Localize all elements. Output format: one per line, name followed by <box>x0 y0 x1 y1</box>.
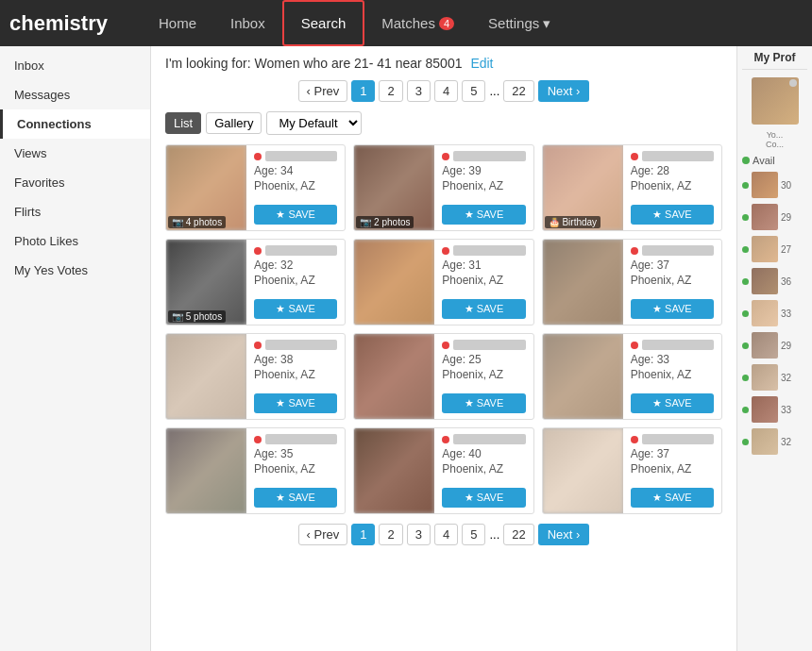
sort-dropdown[interactable]: My Default <box>266 111 362 135</box>
right-mini-profile[interactable]: 33 <box>742 396 807 423</box>
page-5-top[interactable]: 5 <box>462 80 485 102</box>
right-mini-profile[interactable]: 30 <box>742 172 807 198</box>
profile-photo[interactable] <box>166 334 246 419</box>
right-mini-profile[interactable]: 32 <box>742 428 807 455</box>
profile-age: Age: 28 <box>631 164 714 177</box>
right-panel: My Prof Yo...Co... Avail 30 29 27 <box>736 46 812 651</box>
sidebar-item-inbox[interactable]: Inbox <box>0 51 150 80</box>
profile-photo[interactable]: 🎂 Birthday <box>543 145 623 230</box>
profile-age: Age: 39 <box>442 164 525 177</box>
sidebar-item-photo-likes[interactable]: Photo Likes <box>0 226 150 256</box>
profile-grid: 📷 4 photos Age: 34 Phoenix, AZ ★ SAVE <box>165 144 722 514</box>
profile-photo[interactable] <box>166 428 246 513</box>
nav-matches[interactable]: Matches 4 <box>364 0 471 46</box>
profile-card: Age: 35 Phoenix, AZ ★ SAVE <box>165 427 346 514</box>
main-layout: Inbox Messages Connections Views Favorit… <box>0 46 812 651</box>
profile-photo[interactable] <box>543 240 623 325</box>
right-mini-profile[interactable]: 29 <box>742 204 807 230</box>
save-button[interactable]: ★ SAVE <box>254 393 337 413</box>
nav-inbox[interactable]: Inbox <box>213 0 282 46</box>
sidebar-item-flirts[interactable]: Flirts <box>0 197 150 226</box>
page-4-top[interactable]: 4 <box>434 80 458 102</box>
prev-page-top[interactable]: ‹ Prev <box>298 80 348 102</box>
profile-info: Age: 35 Phoenix, AZ ★ SAVE <box>246 428 345 513</box>
profile-photo[interactable]: 📷 4 photos <box>166 145 246 230</box>
page-5-bottom[interactable]: 5 <box>462 524 485 545</box>
pagination-top: ‹ Prev 1 2 3 4 5 ... 22 Next › <box>165 80 722 102</box>
page-1-top[interactable]: 1 <box>351 80 375 102</box>
profile-location: Phoenix, AZ <box>254 179 337 192</box>
sidebar-item-messages[interactable]: Messages <box>0 80 150 109</box>
save-button[interactable]: ★ SAVE <box>631 205 714 225</box>
save-button[interactable]: ★ SAVE <box>631 393 714 413</box>
profile-photo[interactable] <box>354 240 434 325</box>
next-page-bottom[interactable]: Next › <box>538 524 590 545</box>
save-button[interactable]: ★ SAVE <box>254 299 337 319</box>
profile-age: Age: 33 <box>631 353 714 366</box>
search-header: I'm looking for: Women who are 21- 41 ne… <box>165 56 722 71</box>
nav-items: Home Inbox Search Matches 4 Settings ▾ <box>142 0 803 46</box>
sidebar: Inbox Messages Connections Views Favorit… <box>0 46 151 651</box>
sidebar-item-favorites[interactable]: Favorites <box>0 168 150 197</box>
view-controls: List Gallery My Default <box>165 111 722 135</box>
list-view-btn[interactable]: List <box>165 112 201 134</box>
profile-photo[interactable] <box>354 334 434 419</box>
save-button[interactable]: ★ SAVE <box>631 488 714 508</box>
save-button[interactable]: ★ SAVE <box>442 299 525 319</box>
edit-search-link[interactable]: Edit <box>470 56 493 71</box>
nav-search[interactable]: Search <box>282 0 365 46</box>
profile-location: Phoenix, AZ <box>254 274 337 287</box>
profile-card: 📷 2 photos Age: 39 Phoenix, AZ ★ SAVE <box>353 144 533 231</box>
profile-card: Age: 37 Phoenix, AZ ★ SAVE <box>542 427 722 514</box>
sidebar-item-yes-votes[interactable]: My Yes Votes <box>0 256 150 285</box>
page-22-top[interactable]: 22 <box>503 80 533 102</box>
profile-info: Age: 25 Phoenix, AZ ★ SAVE <box>434 334 533 419</box>
profile-location: Phoenix, AZ <box>631 462 714 476</box>
page-3-bottom[interactable]: 3 <box>407 524 431 545</box>
nav-settings[interactable]: Settings ▾ <box>471 15 567 32</box>
profile-location: Phoenix, AZ <box>254 462 337 476</box>
page-1-bottom[interactable]: 1 <box>351 524 375 545</box>
right-mini-profile[interactable]: 32 <box>742 364 807 391</box>
right-mini-profile[interactable]: 33 <box>742 300 807 326</box>
profile-photo[interactable] <box>543 428 623 513</box>
profile-photo[interactable]: 📷 2 photos <box>354 145 434 230</box>
sidebar-item-views[interactable]: Views <box>0 139 150 168</box>
save-button[interactable]: ★ SAVE <box>442 488 525 508</box>
photo-count: 📷 2 photos <box>356 216 414 228</box>
profile-info: Age: 39 Phoenix, AZ ★ SAVE <box>434 145 533 230</box>
save-button[interactable]: ★ SAVE <box>442 205 525 225</box>
profile-info: Age: 33 Phoenix, AZ ★ SAVE <box>623 334 721 419</box>
sidebar-item-connections[interactable]: Connections <box>0 109 150 139</box>
profile-card: Age: 31 Phoenix, AZ ★ SAVE <box>353 239 533 326</box>
page-4-bottom[interactable]: 4 <box>434 524 458 545</box>
birthday-badge: 🎂 Birthday <box>545 216 601 228</box>
page-2-bottom[interactable]: 2 <box>379 524 402 545</box>
page-22-bottom[interactable]: 22 <box>503 524 533 545</box>
profile-info: Age: 40 Phoenix, AZ ★ SAVE <box>434 428 533 513</box>
save-button[interactable]: ★ SAVE <box>254 488 337 508</box>
profile-info: Age: 37 Phoenix, AZ ★ SAVE <box>623 428 721 513</box>
next-page-top[interactable]: Next › <box>538 80 590 102</box>
profile-info: Age: 34 Phoenix, AZ ★ SAVE <box>246 145 345 230</box>
save-button[interactable]: ★ SAVE <box>442 393 525 413</box>
save-button[interactable]: ★ SAVE <box>631 299 714 319</box>
profile-info: Age: 31 Phoenix, AZ ★ SAVE <box>434 240 533 325</box>
top-nav: chemistry Home Inbox Search Matches 4 Se… <box>0 0 812 46</box>
save-button[interactable]: ★ SAVE <box>254 205 337 225</box>
profile-age: Age: 35 <box>254 447 337 460</box>
right-mini-profile[interactable]: 29 <box>742 332 807 359</box>
profile-photo[interactable]: 📷 5 photos <box>166 240 246 325</box>
profile-age: Age: 25 <box>442 353 525 366</box>
right-mini-profile[interactable]: 36 <box>742 268 807 294</box>
my-profile-photo[interactable] <box>752 77 799 125</box>
page-3-top[interactable]: 3 <box>407 80 431 102</box>
profile-photo[interactable] <box>354 428 434 513</box>
gallery-view-btn[interactable]: Gallery <box>206 112 262 134</box>
nav-home[interactable]: Home <box>142 0 213 46</box>
right-mini-profile[interactable]: 27 <box>742 236 807 262</box>
profile-card: 📷 5 photos Age: 32 Phoenix, AZ ★ SAVE <box>165 239 346 326</box>
page-2-top[interactable]: 2 <box>379 80 402 102</box>
prev-page-bottom[interactable]: ‹ Prev <box>298 524 348 545</box>
profile-photo[interactable] <box>543 334 623 419</box>
